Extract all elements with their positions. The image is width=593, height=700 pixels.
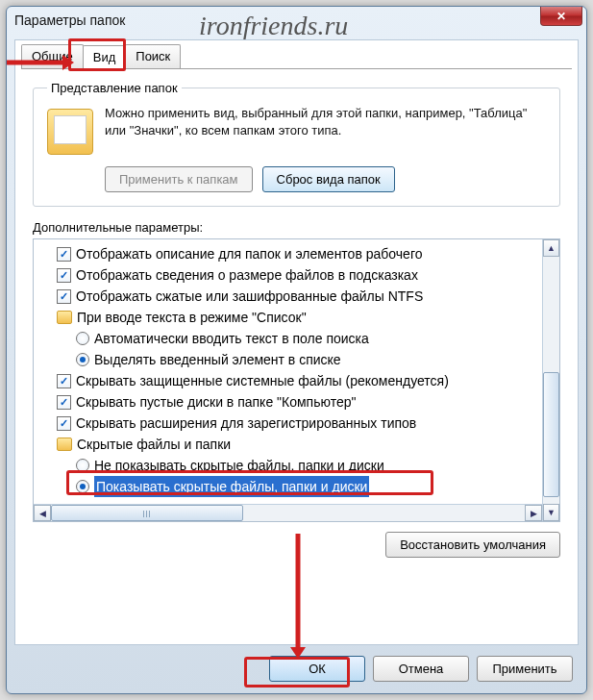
horizontal-scrollbar[interactable]: ◀ ||| ▶ <box>34 504 542 521</box>
checkbox-icon[interactable] <box>57 395 71 410</box>
opt-show-hidden[interactable]: Показывать скрытые файлы, папки и диски <box>41 476 557 497</box>
tab-view[interactable]: Вид <box>83 45 127 69</box>
folder-icon <box>57 438 72 451</box>
opt-show-descriptions[interactable]: Отображать описание для папок и элементо… <box>41 243 557 264</box>
tab-general[interactable]: Общие <box>21 44 84 68</box>
ok-button[interactable]: ОК <box>269 656 365 682</box>
opt-dont-show-hidden[interactable]: Не показывать скрытые файлы, папки и дис… <box>41 455 557 476</box>
opt-auto-type-search[interactable]: Автоматически вводить текст в поле поиск… <box>41 328 557 349</box>
opt-hide-empty-drives[interactable]: Скрывать пустые диски в папке "Компьютер… <box>41 391 557 412</box>
checkbox-icon[interactable] <box>57 247 71 262</box>
folder-icon <box>57 311 72 324</box>
tab-search[interactable]: Поиск <box>125 44 181 68</box>
radio-icon[interactable] <box>76 332 89 345</box>
checkbox-icon[interactable] <box>57 416 71 431</box>
tab-strip: Общие Вид Поиск <box>15 40 578 68</box>
opt-select-typed-item[interactable]: Выделять введенный элемент в списке <box>41 349 557 370</box>
folder-views-legend: Представление папок <box>47 81 182 95</box>
radio-icon[interactable] <box>76 459 89 472</box>
tab-panel-view: Представление папок Можно применить вид,… <box>21 68 572 562</box>
opt-hidden-files-group[interactable]: Скрытые файлы и папки <box>41 434 557 455</box>
folder-views-text: Можно применить вид, выбранный для этой … <box>105 105 546 155</box>
close-icon: ✕ <box>556 10 566 23</box>
reset-folders-button[interactable]: Сброс вида папок <box>262 166 395 192</box>
radio-icon[interactable] <box>76 480 89 493</box>
advanced-settings-label: Дополнительные параметры: <box>33 220 560 235</box>
opt-hide-extensions[interactable]: Скрывать расширения для зарегистрированн… <box>41 412 557 434</box>
folder-options-dialog: Параметры папок ✕ ironfriends.ru Общие В… <box>6 6 587 694</box>
hscroll-track[interactable]: ||| <box>51 505 525 521</box>
folder-icon <box>47 109 93 155</box>
checkbox-icon[interactable] <box>57 374 71 388</box>
opt-hide-protected-os[interactable]: Скрывать защищенные системные файлы (рек… <box>41 370 557 391</box>
window-title: Параметры папок <box>14 12 125 28</box>
opt-encrypted-color[interactable]: Отображать сжатые или зашифрованные файл… <box>41 286 557 307</box>
scroll-up-icon[interactable]: ▲ <box>543 239 559 257</box>
scroll-left-icon[interactable]: ◀ <box>34 505 51 521</box>
apply-button[interactable]: Применить <box>477 656 573 682</box>
vertical-scrollbar[interactable]: ▲ ▼ <box>542 239 559 521</box>
folder-views-group: Представление папок Можно применить вид,… <box>33 81 560 207</box>
hscroll-thumb[interactable]: ||| <box>51 505 243 521</box>
dialog-buttons: ОК Отмена Применить <box>269 656 573 682</box>
titlebar[interactable]: Параметры папок ✕ <box>7 7 586 34</box>
scroll-right-icon[interactable]: ▶ <box>525 505 542 521</box>
opt-type-in-list[interactable]: При вводе текста в режиме "Список" <box>41 307 557 328</box>
dialog-client-area: Общие Вид Поиск Представление папок Можн… <box>14 39 579 645</box>
close-button[interactable]: ✕ <box>540 7 582 26</box>
cancel-button[interactable]: Отмена <box>373 656 469 682</box>
opt-show-file-size[interactable]: Отображать сведения о размере файлов в п… <box>41 264 557 286</box>
radio-icon[interactable] <box>76 353 89 366</box>
checkbox-icon[interactable] <box>57 268 71 283</box>
scroll-down-icon[interactable]: ▼ <box>543 504 559 521</box>
restore-defaults-button[interactable]: Восстановить умолчания <box>385 532 560 558</box>
vscroll-thumb[interactable] <box>543 372 559 497</box>
selected-option-label: Показывать скрытые файлы, папки и диски <box>94 476 369 497</box>
vscroll-track[interactable] <box>543 257 559 504</box>
checkbox-icon[interactable] <box>57 289 71 304</box>
apply-to-folders-button: Применить к папкам <box>105 166 253 192</box>
advanced-settings-tree[interactable]: Отображать описание для папок и элементо… <box>33 238 560 522</box>
